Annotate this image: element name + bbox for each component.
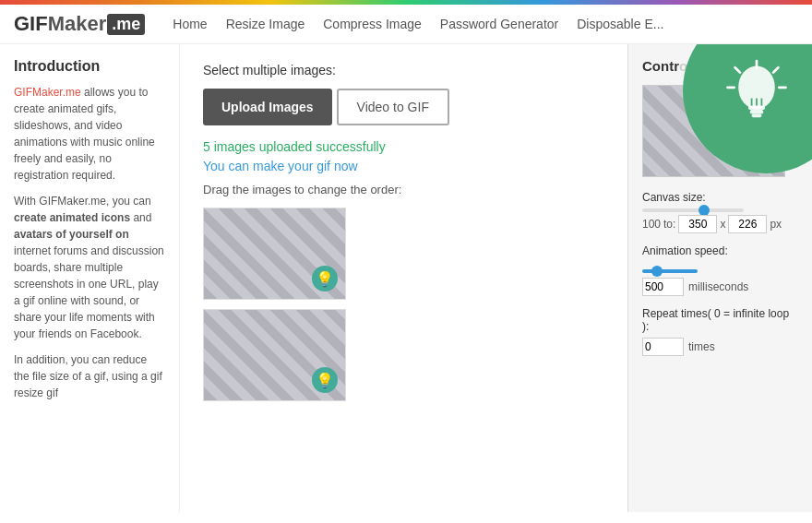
drag-message: Drag the images to change the order: [203,183,604,196]
svg-line-11 [773,67,778,72]
nav-disposable[interactable]: Disposable E... [577,17,663,31]
canvas-slider[interactable] [642,208,744,212]
select-label: Select multiple images: [203,63,604,77]
thumb-icon-1: 💡 [312,266,338,291]
canvas-to-label: to: [663,218,675,231]
lightbulb-icon [715,53,798,148]
svg-rect-2 [750,110,763,114]
nav-compress[interactable]: Compress Image [323,17,422,31]
repeat-label: Repeat times( 0 = infinite loop ): [642,307,798,333]
success-message: 5 images uploaded successfully [203,139,604,154]
video-to-gif-button[interactable]: Video to GIF [337,89,449,125]
layout: Introduction GIFMaker.me allows you to c… [0,44,812,512]
svg-line-10 [735,67,740,72]
anim-label: Animation speed: [642,244,798,257]
sidebar-para-1: GIFMaker.me allows you to create animate… [14,84,165,184]
thumb-icon-2: 💡 [312,367,338,393]
logo-gif: GIF [14,12,48,36]
anim-inputs: milliseconds [642,278,798,296]
btn-group: Upload Images Video to GIF [203,89,604,125]
canvas-inputs: 100 to: x px [642,215,798,233]
nav-resize[interactable]: Resize Image [226,17,305,31]
canvas-slider-row [642,208,798,212]
nav: Home Resize Image Compress Image Passwor… [173,17,663,31]
thumbnail-2[interactable]: 💡 [203,309,346,401]
canvas-x-label: x [720,218,725,231]
canvas-label: Canvas size: [642,191,798,204]
anim-slider[interactable] [642,269,698,273]
repeat-inputs: times [642,338,798,356]
logo[interactable]: GIF Maker .me [14,12,145,36]
sidebar-para-3: In addition, you can reduce the file siz… [14,351,165,401]
nav-home[interactable]: Home [173,17,207,31]
repeat-unit-label: times [688,340,715,353]
make-gif-message: You can make your gif now [203,159,604,173]
svg-rect-3 [752,113,762,117]
svg-rect-1 [748,105,765,110]
svg-point-0 [738,65,775,109]
main-content: Select multiple images: Upload Images Vi… [180,44,627,512]
nav-password[interactable]: Password Generator [440,17,558,31]
anim-unit-label: milliseconds [688,280,748,293]
right-panel: Control Canvas size: 100 to: x px Animat… [627,44,812,512]
thumbnails: 💡 💡 [203,208,604,401]
logo-me: .me [107,14,145,35]
repeat-value-input[interactable] [642,338,684,356]
anim-slider-row [642,262,798,278]
thumbnail-1[interactable]: 💡 [203,208,346,300]
anim-value-input[interactable] [642,278,684,296]
sidebar: Introduction GIFMaker.me allows you to c… [0,44,180,512]
canvas-height-input[interactable] [728,215,767,233]
canvas-min-label: 100 [642,218,661,231]
upload-images-button[interactable]: Upload Images [203,89,332,125]
sidebar-title: Introduction [14,58,165,75]
header: GIF Maker .me Home Resize Image Compress… [0,5,812,44]
canvas-width-input[interactable] [678,215,717,233]
canvas-unit-label: px [770,218,782,231]
logo-maker: Maker [48,12,107,36]
gifmaker-link[interactable]: GIFMaker.me [14,86,81,99]
sidebar-para-2: With GIFMaker.me, you can create animate… [14,193,165,342]
